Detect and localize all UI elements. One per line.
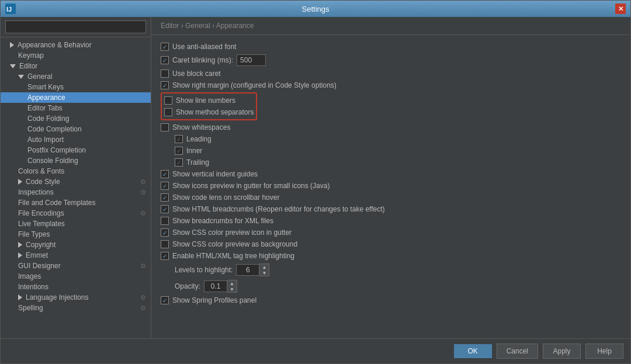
expand-icon	[18, 242, 22, 248]
tag-tree-checkbox[interactable]	[161, 252, 169, 260]
sidebar-item-appearance-behavior[interactable]: Appearance & Behavior	[1, 40, 151, 50]
icons-preview-label: Show icons preview in gutter for small i…	[172, 182, 330, 190]
sidebar-item-general[interactable]: General	[1, 71, 151, 82]
caret-blinking-label: Caret blinking (ms):	[172, 56, 233, 64]
sidebar-item-code-style[interactable]: Code Style ⚙	[1, 176, 151, 187]
search-input[interactable]	[5, 20, 146, 33]
levels-highlight-label: Levels to highlight:	[175, 266, 233, 274]
setting-icons-preview: Show icons preview in gutter for small i…	[161, 180, 621, 192]
sidebar-item-intentions[interactable]: Intentions	[1, 282, 151, 292]
inner-label: Inner	[186, 147, 202, 155]
method-separators-checkbox[interactable]	[164, 108, 172, 116]
inner-checkbox[interactable]	[175, 147, 183, 155]
sidebar-item-file-encodings[interactable]: File Encodings ⚙	[1, 208, 151, 219]
method-separators-label: Show method separators	[176, 108, 254, 116]
xml-breadcrumbs-label: Show breadcrumbs for XML files	[172, 217, 273, 225]
code-lens-checkbox[interactable]	[161, 193, 169, 202]
vertical-guides-checkbox[interactable]	[161, 170, 169, 178]
sidebar-item-file-code-templates[interactable]: File and Code Templates	[1, 197, 151, 208]
sidebar-item-gui-designer[interactable]: GUI Designer ⚙	[1, 261, 151, 271]
ok-button[interactable]: OK	[454, 344, 492, 358]
code-lens-label: Show code lens on scrollbar hover	[172, 193, 279, 202]
sidebar-label: Images	[18, 272, 41, 280]
show-whitespaces-label: Show whitespaces	[172, 123, 230, 131]
sidebar-item-smart-keys[interactable]: Smart Keys	[1, 82, 151, 92]
opacity-input[interactable]	[204, 280, 227, 292]
expand-icon	[18, 252, 22, 258]
sidebar-item-auto-import[interactable]: Auto Import	[1, 134, 151, 145]
right-margin-checkbox[interactable]	[161, 81, 169, 89]
trailing-checkbox[interactable]	[175, 158, 183, 167]
sidebar-item-file-types[interactable]: File Types	[1, 229, 151, 240]
sidebar-item-images[interactable]: Images	[1, 271, 151, 282]
apply-button[interactable]: Apply	[543, 344, 581, 359]
xml-breadcrumbs-checkbox[interactable]	[161, 217, 169, 225]
sidebar-item-code-folding[interactable]: Code Folding	[1, 113, 151, 124]
sidebar-label: Language Injections	[26, 293, 88, 301]
sidebar-label: Code Style	[26, 178, 60, 186]
levels-down-button[interactable]: ▼	[259, 270, 269, 276]
html-breadcrumbs-checkbox[interactable]	[161, 205, 169, 213]
sidebar-item-editor-tabs[interactable]: Editor Tabs	[1, 103, 151, 113]
sidebar-item-postfix-completion[interactable]: Postfix Completion	[1, 145, 151, 155]
sidebar-label: File Encodings	[18, 209, 64, 217]
sidebar-item-language-injections[interactable]: Language Injections ⚙	[1, 292, 151, 303]
sidebar-label: Live Templates	[18, 220, 65, 228]
setting-trailing: Trailing	[161, 157, 621, 168]
gear-icon: ⚙	[140, 210, 146, 217]
sidebar-label: Inspections	[18, 188, 54, 196]
sidebar-item-inspections[interactable]: Inspections ⚙	[1, 187, 151, 197]
sidebar-item-emmet[interactable]: Emmet	[1, 250, 151, 261]
levels-spinner-buttons: ▲ ▼	[259, 264, 269, 276]
levels-input[interactable]	[236, 264, 259, 276]
css-color-icon-checkbox[interactable]	[161, 228, 169, 237]
sidebar-label: Editor Tabs	[27, 104, 63, 112]
sidebar-label: Editor	[19, 62, 37, 70]
expand-icon	[10, 64, 16, 68]
opacity-up-button[interactable]: ▲	[227, 280, 237, 286]
show-whitespaces-checkbox[interactable]	[161, 123, 169, 131]
content-area: Appearance & Behavior Keymap Editor Gene…	[1, 17, 630, 338]
close-button[interactable]: ✕	[615, 4, 626, 14]
levels-up-button[interactable]: ▲	[259, 264, 269, 270]
sidebar-item-console-folding[interactable]: Console Folding	[1, 155, 151, 166]
sidebar-item-code-completion[interactable]: Code Completion	[1, 124, 151, 134]
sidebar-item-editor[interactable]: Editor	[1, 61, 151, 71]
app-logo: IJ	[5, 4, 16, 14]
anti-aliased-checkbox[interactable]	[161, 43, 169, 51]
setting-css-color-bg: Show CSS color preview as background	[161, 238, 621, 250]
sidebar-item-live-templates[interactable]: Live Templates	[1, 219, 151, 229]
line-numbers-label: Show line numbers	[176, 96, 235, 105]
block-caret-checkbox[interactable]	[161, 70, 169, 78]
sidebar-label: Console Folding	[27, 157, 78, 165]
leading-checkbox[interactable]	[175, 135, 183, 143]
sidebar-item-colors-fonts[interactable]: Colors & Fonts	[1, 166, 151, 176]
setting-tag-tree: Enable HTML/XML tag tree highlighting	[161, 250, 621, 262]
sidebar-label: File and Code Templates	[18, 199, 96, 207]
cancel-button[interactable]: Cancel	[497, 344, 538, 359]
sidebar-label: Appearance & Behavior	[18, 41, 92, 49]
opacity-down-button[interactable]: ▼	[227, 286, 237, 292]
setting-code-lens: Show code lens on scrollbar hover	[161, 192, 621, 203]
gear-icon: ⚙	[140, 304, 146, 312]
gear-icon: ⚙	[140, 262, 146, 270]
sidebar-item-appearance[interactable]: Appearance	[1, 92, 151, 103]
sidebar-label: Code Folding	[27, 115, 69, 123]
css-color-bg-label: Show CSS color preview as background	[172, 240, 297, 248]
caret-blinking-checkbox[interactable]	[161, 56, 169, 64]
sidebar-item-spelling[interactable]: Spelling ⚙	[1, 303, 151, 313]
right-margin-label: Show right margin (configured in Code St…	[172, 81, 337, 89]
sidebar-item-keymap[interactable]: Keymap	[1, 50, 151, 61]
caret-blinking-input[interactable]	[237, 54, 266, 66]
css-color-icon-label: Show CSS color preview icon in gutter	[172, 228, 292, 237]
setting-levels-highlight: Levels to highlight: ▲ ▼	[161, 262, 621, 278]
css-color-bg-checkbox[interactable]	[161, 240, 169, 248]
spring-profiles-checkbox[interactable]	[161, 296, 169, 304]
opacity-label: Opacity:	[175, 282, 200, 290]
anti-aliased-label: Use anti-aliased font	[172, 43, 236, 51]
line-numbers-checkbox[interactable]	[164, 96, 172, 105]
sidebar-item-copyright[interactable]: Copyright	[1, 240, 151, 250]
icons-preview-checkbox[interactable]	[161, 182, 169, 190]
help-button[interactable]: Help	[585, 344, 623, 359]
html-breadcrumbs-label: Show HTML breadcrumbs (Reopen editor for…	[172, 205, 385, 213]
